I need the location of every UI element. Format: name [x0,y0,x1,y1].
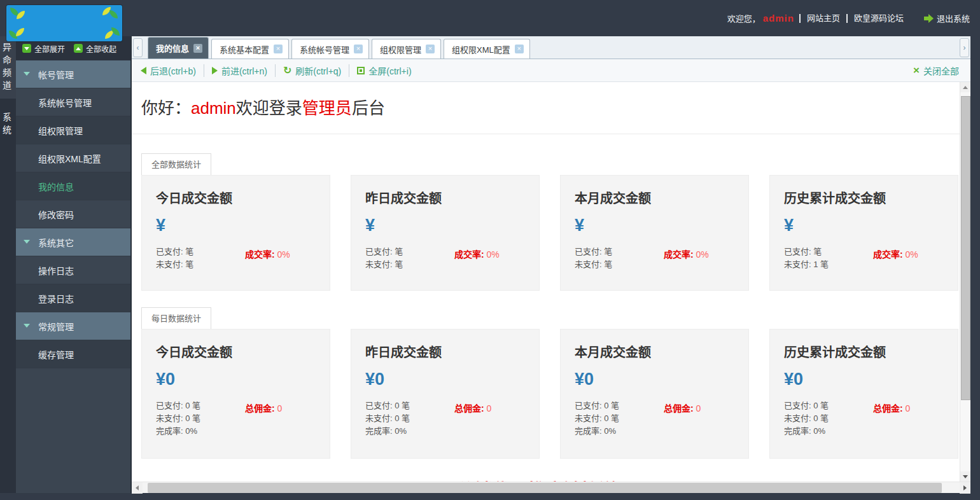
expand-all-button[interactable]: 全部展开 [22,43,65,54]
card-stats: 已支付: 笔未支付: 1 笔 成交率: 0% [784,246,944,271]
sidebar-menu-item[interactable]: 系统其它 [16,228,130,256]
site-home-link[interactable]: 网站主页 [799,14,846,23]
card-lines: 已支付: 笔未支付: 笔 [156,246,245,271]
username: admin [763,13,794,24]
card-lines: 已支付: 笔未支付: 笔 [365,246,454,271]
tab-bar: ‹ 我的信息 × 系统基本配置 × 系统帐号管理 × 组权限管理 × 组权限XM… [132,36,970,59]
sidebar-menu-item[interactable]: 组权限XML配置 [16,144,130,172]
tab[interactable]: 组权限XML配置 × [444,39,530,59]
main-area: ‹ 我的信息 × 系统基本配置 × 系统帐号管理 × 组权限管理 × 组权限XM… [132,36,970,493]
card-lines: 已支付: 笔未支付: 笔 [575,246,664,271]
card-stats: 已支付: 笔未支付: 笔 成交率: 0% [575,246,734,271]
vertical-scrollbar[interactable] [960,82,970,482]
scroll-up-button[interactable] [960,82,970,92]
card-amount: ¥0 [784,370,944,389]
toolbar-items: 后退(ctrl+b) 前进(ctrl+n) ↻ 刷新(ctrl+q) 全屏(ct… [141,64,419,77]
sidebar-menu-item[interactable]: 组权限管理 [16,116,130,144]
logout-label: 退出系统 [937,12,970,24]
scroll-down-button[interactable] [960,471,970,482]
tab[interactable]: 系统基本配置 × [211,39,289,59]
horizontal-scroll-thumb[interactable] [148,483,942,493]
tab-close-icon[interactable]: × [274,45,283,53]
section-head: 全部数据统计 [141,153,960,175]
logout-button[interactable]: 退出系统 [924,12,970,24]
site-logo[interactable] [6,5,122,41]
tab-label: 我的信息 [156,42,189,54]
card-line: 已支付: 笔 [784,246,873,258]
card-line: 已支付: 0 笔 [784,399,873,412]
card-highlight: 成交率: 0% [454,246,500,271]
card-line: 已支付: 0 笔 [365,399,454,412]
vertical-scroll-track[interactable] [960,92,970,471]
highlight-label: 成交率: [664,249,694,260]
forum-link[interactable]: 欧皇源码论坛 [846,14,910,23]
chevron-down-icon[interactable] [24,324,30,328]
sidebar-menu-item[interactable]: 我的信息 [16,172,130,200]
horizontal-scrollbar[interactable] [132,482,970,493]
card-line: 未支付: 笔 [156,258,245,271]
leaf-decoration [16,28,24,36]
sidebar-menu-item[interactable]: 常规管理 [16,312,130,340]
sidebar-menu: 帐号管理 系统帐号管理 组权限管理 组权限XML配置 我的信息 修改密码 系统其… [16,60,130,368]
sidebar-menu-item[interactable]: 帐号管理 [16,60,130,88]
highlight-value: 0% [696,249,709,260]
collapse-all-button[interactable]: 全部收起 [74,43,116,54]
greeting-suffix: 后台 [352,99,385,118]
card-title: 今日成交金额 [156,188,316,207]
tab-close-icon[interactable]: × [515,45,524,53]
stats-section: 每日数据统计 今日成交金额 ¥0 已支付: 0 笔未支付: 0 笔完成率: 0%… [141,307,960,459]
section-tab[interactable]: 全部数据统计 [141,153,211,175]
toolbar-button[interactable]: 后退(ctrl+b) [141,64,204,77]
promo-banner[interactable]: 分销代理推广链接送呢 [132,476,960,482]
card-line: 已支付: 笔 [575,246,664,258]
toolbar-button[interactable]: 前进(ctrl+n) [204,64,275,77]
card-line: 未支付: 0 笔 [365,412,454,425]
greeting-prefix: 你好： [141,99,191,118]
tab[interactable]: 组权限管理 × [372,39,441,59]
scroll-left-button[interactable] [132,482,143,494]
horizontal-scroll-track[interactable] [143,482,960,494]
tab-close-icon[interactable]: × [426,45,435,53]
collapse-all-label: 全部收起 [86,43,116,54]
tab-scroll-left-button[interactable]: ‹ [133,38,143,57]
sidebar-item-label: 缓存管理 [38,348,74,361]
tab[interactable]: 系统帐号管理 × [291,39,369,59]
sidebar-menu-item[interactable]: 系统帐号管理 [16,88,130,116]
chevron-down-icon[interactable] [24,72,30,76]
highlight-value: 0 [696,403,701,413]
strip-item-channel[interactable]: 异命频道 [0,36,16,99]
chevron-down-icon[interactable] [24,240,30,244]
toolbar-button[interactable]: ↻ 刷新(ctrl+q) [275,64,349,77]
card-line: 已支付: 0 笔 [575,399,664,412]
card-highlight: 总佣金: 0 [245,399,282,438]
toolbar-button[interactable]: 全屏(ctrl+i) [349,64,419,77]
highlight-value: 0 [487,403,492,413]
card-title: 本月成交金额 [575,188,734,207]
tab[interactable]: 我的信息 × [148,37,209,59]
tabs: 我的信息 × 系统基本配置 × 系统帐号管理 × 组权限管理 × 组权限XML配… [148,37,956,59]
sidebar-menu-item[interactable]: 操作日志 [16,256,130,284]
card-amount: ¥ [575,216,734,235]
stat-card: 昨日成交金额 ¥ 已支付: 笔未支付: 笔 成交率: 0% [351,175,540,291]
card-stats: 已支付: 笔未支付: 笔 成交率: 0% [156,246,316,271]
card-amount: ¥0 [156,370,316,389]
tab-scroll-right-button[interactable]: › [960,38,969,57]
sidebar-menu-item[interactable]: 修改密码 [16,200,130,228]
refresh-icon: ↻ [283,66,291,75]
card-line: 完成率: 0% [784,425,873,438]
tab-close-icon[interactable]: × [354,45,363,53]
sidebar-item-label: 组权限XML配置 [38,152,101,165]
tab-close-icon[interactable]: × [193,44,202,53]
tab-label: 系统帐号管理 [300,43,349,55]
sidebar-menu-item[interactable]: 登录日志 [16,284,130,312]
section-tab[interactable]: 每日数据统计 [141,307,211,329]
sidebar-menu-item[interactable]: 缓存管理 [16,340,130,368]
vertical-scroll-thumb[interactable] [961,96,970,400]
close-all-button[interactable]: × 关闭全部 [913,64,962,77]
sidebar-item-label: 修改密码 [38,208,74,221]
strip-item-system[interactable]: 系统 [0,108,16,143]
card-line: 未支付: 0 笔 [784,412,873,425]
sidebar-item-label: 系统帐号管理 [38,96,92,109]
card-highlight: 成交率: 0% [664,246,709,271]
scroll-right-button[interactable] [960,482,970,494]
